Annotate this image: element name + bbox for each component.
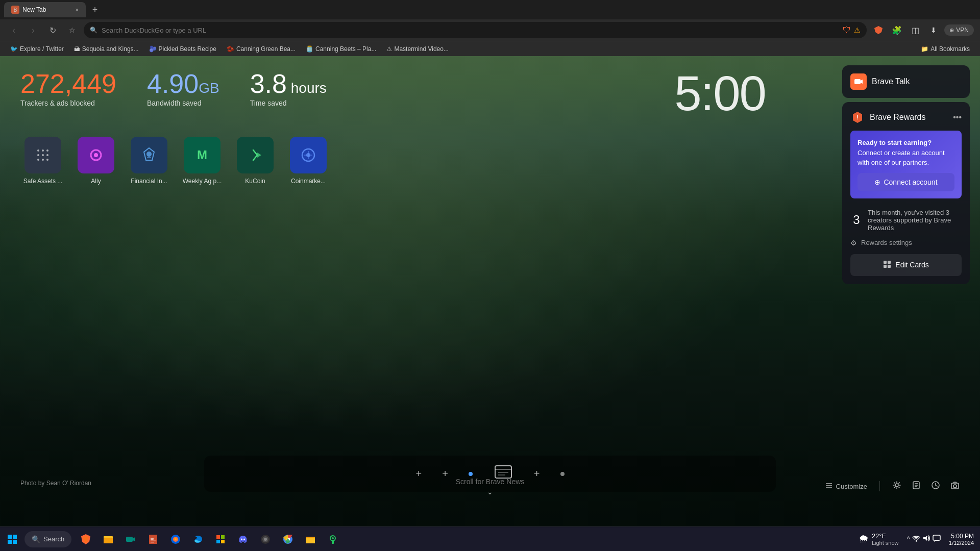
vpn-button[interactable]: ⊕ VPN [944, 24, 974, 36]
stat-bandwidth-unit: GB [199, 80, 219, 96]
weather-icon: 🌨 [859, 533, 869, 545]
stat-bandwidth-number: 4.90 [147, 69, 199, 98]
forward-button[interactable]: › [26, 22, 41, 38]
all-bookmarks-button[interactable]: 📁 All Bookmarks [917, 44, 974, 54]
svg-rect-59 [216, 535, 220, 539]
new-tab-button[interactable]: + [88, 3, 102, 17]
shortcut-kucoin[interactable]: KuCoin [233, 137, 278, 185]
bookmark-button[interactable]: ☆ [64, 22, 80, 38]
bookmark-twitter[interactable]: 🐦 Explore / Twitter [6, 44, 68, 54]
tray-chevron-icon[interactable]: ^ [906, 535, 910, 543]
taskbar-keepass-app[interactable] [323, 529, 343, 549]
shortcut-safe-assets-icon [24, 137, 61, 173]
bookmark-sequoia[interactable]: 🏔 Sequoia and Kings... [70, 44, 143, 54]
bookmark-sequoia-icon: 🏔 [74, 45, 80, 53]
address-text: Search DuckDuckGo or type a URL [102, 27, 206, 34]
toolbar-plus-left[interactable]: + [415, 468, 422, 480]
bookmark-twitter-icon: 🐦 [10, 45, 18, 53]
taskbar-edge-app[interactable] [188, 529, 208, 549]
bookmark-greenbeans[interactable]: 🫘 Canning Green Bea... [223, 44, 300, 54]
active-tab[interactable]: B New Tab × [4, 2, 86, 17]
bookmarks-bar: 🐦 Explore / Twitter 🏔 Sequoia and Kings.… [0, 41, 980, 56]
taskbar-store-app[interactable] [210, 529, 231, 549]
svg-point-3 [37, 149, 39, 152]
shortcut-financial[interactable]: Financial In... [127, 137, 172, 185]
svg-point-63 [241, 538, 242, 540]
shortcut-ally-label: Ally [91, 178, 101, 185]
shortcut-coinmarkets[interactable]: Coinmarke... [286, 137, 331, 185]
brave-icon-btn[interactable] [871, 22, 886, 38]
stat-bandwidth-label: Bandwidth saved [147, 99, 219, 107]
brave-rewards-menu-button[interactable]: ••• [953, 113, 962, 122]
toolbar-news-icon[interactable] [493, 462, 513, 486]
toolbar-plus-right[interactable]: + [534, 468, 540, 480]
taskbar-clock[interactable]: 5:00 PM 1/12/2024 [949, 533, 974, 546]
tab-close-button[interactable]: × [76, 7, 79, 13]
weather-widget[interactable]: 🌨 22°F Light snow [859, 532, 899, 546]
svg-rect-23 [884, 261, 887, 264]
address-bar[interactable]: 🔍 Search DuckDuckGo or type a URL 🛡 ⚠ [84, 22, 867, 38]
shortcut-safe-assets-label: Safe Assets ... [23, 178, 63, 185]
svg-rect-62 [221, 540, 225, 543]
svg-point-15 [146, 152, 152, 157]
bookmark-twitter-label: Explore / Twitter [20, 45, 64, 53]
customize-bookmarks-icon[interactable] [912, 481, 921, 492]
photo-credit: Photo by Sean O' Riordan [20, 480, 91, 487]
taskbar-explorer-app[interactable] [98, 529, 118, 549]
svg-rect-53 [151, 538, 154, 540]
taskbar-time: 5:00 PM [949, 533, 974, 540]
download-button[interactable]: ⬇ [926, 22, 941, 38]
bookmark-canning[interactable]: 🫙 Canning Beets – Pla... [302, 44, 380, 54]
taskbar-start-button[interactable] [0, 527, 24, 551]
weather-info: 22°F Light snow [872, 532, 899, 546]
shortcut-safe-assets[interactable]: Safe Assets ... [20, 137, 65, 185]
svg-rect-43 [13, 535, 17, 539]
customize-camera-icon[interactable] [950, 481, 960, 492]
rewards-settings-link[interactable]: ⚙ Rewards settings [850, 236, 962, 250]
connect-account-button[interactable]: ⊕ Connect account [857, 173, 954, 191]
taskbar-chrome-app[interactable] [278, 529, 298, 549]
tray-message-icon[interactable] [933, 534, 941, 544]
system-tray-icons: ^ [902, 534, 945, 544]
toolbar-dot-blue [469, 472, 473, 476]
svg-rect-25 [884, 265, 887, 268]
taskbar-brave-app[interactable] [76, 529, 96, 549]
svg-marker-75 [923, 536, 927, 541]
extensions-button[interactable]: 🧩 [889, 22, 904, 38]
bookmark-mastermind-icon: ⚠ [386, 45, 392, 53]
rewards-promo-text: Ready to start earning? Connect or creat… [857, 138, 954, 168]
customize-button[interactable]: Customize [825, 482, 867, 491]
taskbar-meet-app[interactable] [120, 529, 141, 549]
stat-trackers-value: 272,449 [20, 70, 116, 97]
taskbar-powerpoint-app[interactable] [143, 529, 163, 549]
shortcut-weekly[interactable]: M Weekly Ag p... [180, 137, 225, 185]
bookmark-mastermind[interactable]: ⚠ Mastermind Video... [382, 44, 453, 54]
edit-cards-button[interactable]: Edit Cards [850, 254, 962, 276]
bookmark-beets[interactable]: 🫐 Pickled Beets Recipe [145, 44, 220, 54]
taskbar-obs-app[interactable] [255, 529, 276, 549]
taskbar-discord-app[interactable] [233, 529, 253, 549]
back-button[interactable]: ‹ [6, 22, 21, 38]
taskbar: 🔍 Search [0, 527, 980, 551]
svg-point-5 [46, 149, 48, 152]
customize-history-icon[interactable] [931, 481, 940, 492]
shortcut-weekly-icon: M [184, 137, 220, 173]
refresh-button[interactable]: ↻ [45, 22, 60, 38]
shortcut-ally[interactable]: Ally [74, 137, 118, 185]
stat-bandwidth: 4.90GB Bandwidth saved [147, 70, 219, 107]
stat-trackers-label: Trackers & ads blocked [20, 99, 116, 107]
edit-cards-label: Edit Cards [895, 261, 928, 269]
taskbar-files-app[interactable] [300, 529, 321, 549]
svg-text:B: B [14, 7, 17, 13]
stat-time-label: Time saved [250, 99, 327, 107]
toolbar-dot-white [560, 472, 565, 476]
sidebar-button[interactable]: ◫ [908, 22, 923, 38]
taskbar-firefox-app[interactable] [165, 529, 186, 549]
customize-settings-icon[interactable] [892, 481, 901, 492]
rewards-header: ! Brave Rewards ••• [850, 110, 962, 124]
toolbar-plus-left2[interactable]: + [442, 468, 448, 480]
brave-talk-header: Brave Talk [850, 73, 962, 90]
tray-volume-icon[interactable] [922, 534, 930, 544]
tray-wifi-icon[interactable] [912, 534, 920, 544]
taskbar-search-box[interactable]: 🔍 Search [24, 531, 71, 547]
